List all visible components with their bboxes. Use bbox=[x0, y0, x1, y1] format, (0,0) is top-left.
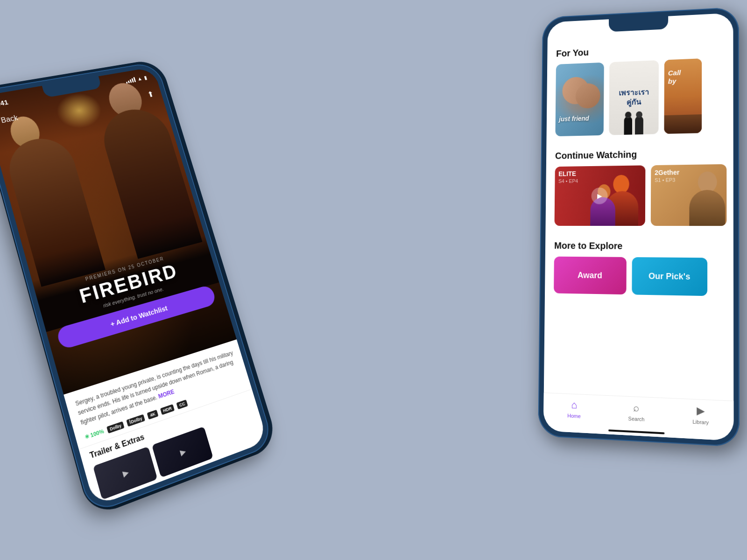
for-you-section: For You just bbox=[546, 33, 733, 144]
just-friend-bg bbox=[555, 63, 604, 136]
just-friend-label: just friend bbox=[559, 115, 589, 123]
home-indicator bbox=[608, 429, 664, 434]
right-phone: For You just bbox=[538, 7, 740, 447]
continue-watching-cards[interactable]: ELITE S4 • EP4 ▶ bbox=[546, 164, 733, 226]
our-picks-label: Our Pick's bbox=[648, 271, 690, 281]
left-phone-screen: 9:41 ▲ ▮ ‹ Back bbox=[0, 67, 268, 507]
status-icons: ▲ ▮ bbox=[125, 75, 148, 84]
more-to-explore-title: More to Explore bbox=[545, 233, 733, 258]
just-friend-card[interactable]: just friend bbox=[555, 63, 604, 136]
for-you-scroll[interactable]: just friend เพราะเราคู่กัน bbox=[546, 57, 733, 144]
elite-title: ELITE bbox=[558, 170, 578, 177]
prao-card[interactable]: เพราะเราคู่กัน bbox=[609, 60, 659, 135]
elite-card[interactable]: ELITE S4 • EP4 ▶ bbox=[555, 165, 646, 226]
4k-badge: 4K bbox=[147, 410, 158, 420]
right-volume-down-button[interactable] bbox=[538, 120, 541, 145]
right-volume-up-button[interactable] bbox=[539, 89, 541, 113]
search-icon: ⌕ bbox=[633, 402, 639, 414]
award-card[interactable]: Award bbox=[554, 257, 627, 295]
prao-figures bbox=[609, 106, 658, 135]
dolby2-badge: ꟾDolby bbox=[126, 414, 145, 427]
home-tab-label: Home bbox=[567, 413, 581, 419]
left-phone: 9:41 ▲ ▮ ‹ Back bbox=[0, 62, 274, 515]
call-card[interactable]: Callby bbox=[664, 58, 702, 134]
tab-bar-spacer bbox=[544, 301, 733, 344]
left-phone-frame: 9:41 ▲ ▮ ‹ Back bbox=[0, 62, 274, 515]
our-picks-card[interactable]: Our Pick's bbox=[632, 257, 707, 296]
call-bg: Callby bbox=[664, 58, 702, 134]
rating-badge: ✳ 100% bbox=[84, 428, 105, 441]
call-field bbox=[664, 114, 702, 134]
volume-down-button[interactable] bbox=[2, 204, 12, 232]
signal-icon bbox=[125, 77, 136, 84]
2gether-episode: S1 • EP3 bbox=[655, 177, 679, 183]
cc-badge: CC bbox=[176, 399, 188, 409]
elite-label: ELITE S4 • EP4 bbox=[558, 170, 578, 184]
2gether-label: 2Gether S1 • EP3 bbox=[655, 168, 679, 183]
more-to-explore-section: More to Explore Award Our Pick's bbox=[545, 233, 733, 304]
dolby-badge: Dolby bbox=[106, 421, 125, 433]
2gether-figure bbox=[688, 169, 726, 226]
continue-watching-title: Continue Watching bbox=[546, 140, 733, 167]
status-time: 9:41 bbox=[0, 98, 9, 108]
continue-watching-section: Continue Watching bbox=[545, 140, 733, 234]
2gether-title: 2Gether bbox=[655, 168, 679, 176]
main-scroll-area[interactable]: For You just bbox=[543, 33, 733, 422]
library-tab-label: Library bbox=[692, 419, 709, 425]
hdr-badge: HDR bbox=[160, 404, 175, 415]
tab-bar: ⌂ Home ⌕ Search ▶ Library bbox=[543, 392, 733, 441]
2gether-card[interactable]: 2Gether S1 • EP3 bbox=[651, 164, 727, 226]
jf-persons bbox=[556, 71, 604, 118]
search-tab-label: Search bbox=[628, 416, 645, 422]
elite-episode: S4 • EP4 bbox=[558, 178, 578, 184]
tab-home[interactable]: ⌂ Home bbox=[543, 398, 605, 420]
call-text: Callby bbox=[668, 68, 698, 85]
hero-background bbox=[0, 67, 238, 399]
award-label: Award bbox=[578, 270, 602, 280]
tab-library[interactable]: ▶ Library bbox=[668, 403, 733, 427]
library-icon: ▶ bbox=[697, 405, 705, 418]
right-phone-screen: For You just bbox=[543, 13, 733, 441]
home-icon: ⌂ bbox=[571, 399, 577, 412]
tab-search[interactable]: ⌕ Search bbox=[605, 400, 669, 423]
right-phone-frame: For You just bbox=[538, 7, 740, 447]
right-notch bbox=[609, 16, 668, 32]
more-link[interactable]: MORE bbox=[157, 388, 175, 400]
wifi-icon: ▲ bbox=[136, 76, 143, 82]
battery-icon: ▮ bbox=[143, 75, 148, 81]
prao-title: เพราะเราคู่กัน bbox=[613, 88, 654, 108]
more-to-explore-cards[interactable]: Award Our Pick's bbox=[545, 256, 733, 296]
